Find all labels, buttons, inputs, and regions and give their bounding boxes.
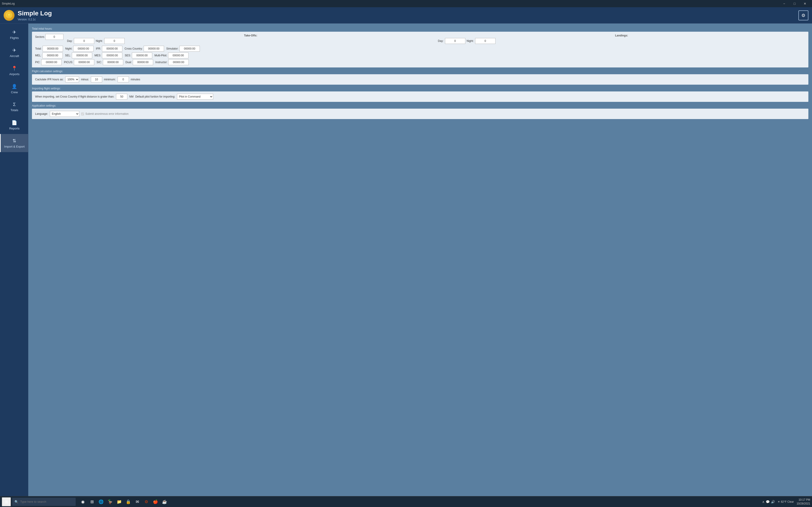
sidebar-item-airports[interactable]: 📍 Airports: [0, 62, 28, 80]
instructor-group: Instructor:: [155, 59, 189, 65]
instructor-input[interactable]: [168, 59, 189, 65]
dual-input[interactable]: [133, 59, 153, 65]
app-settings-card: Language: English Deutsch Français Españ…: [32, 109, 808, 119]
sectors-group: Sectors: [35, 34, 63, 40]
clock-date: 10/28/2021: [797, 502, 810, 506]
error-info-text: Submit anonimous error information: [86, 112, 129, 115]
mel-input[interactable]: [42, 53, 63, 58]
reports-icon: 📄: [11, 120, 17, 125]
search-icon: 🔍: [14, 500, 18, 504]
taskbar-search[interactable]: 🔍: [12, 498, 76, 506]
app-version: Version: 0.2.1c: [18, 18, 52, 21]
sidebar-item-importexport[interactable]: ⇅ Import & Export: [0, 134, 28, 152]
mes-input[interactable]: [102, 53, 122, 58]
crew-icon: 👤: [11, 84, 17, 89]
night-label: Night:: [65, 47, 72, 50]
error-info-label: Submit anonimous error information: [81, 112, 129, 115]
simulator-input[interactable]: [180, 46, 200, 52]
simulator-group: Simulator:: [166, 46, 200, 52]
taskbar: ⊞ 🔍 ◉ ⊞ 🌐 🦆 📁 🔒 ✉ ⚙ 🍎 ☕ ∧ 💬 🔊 ☀ 82°F Cle…: [0, 496, 812, 507]
total-label: Total:: [35, 47, 42, 50]
maximize-button[interactable]: □: [789, 0, 800, 7]
sidebar-label-aircraft: Aircraft: [10, 54, 19, 58]
minimize-button[interactable]: −: [779, 0, 789, 7]
landings-night-input[interactable]: [475, 38, 496, 44]
multipilot-label: Multi-Pilot:: [155, 54, 167, 57]
taskbar-icon-office[interactable]: ⚙: [142, 498, 150, 506]
takeoffs-day-input[interactable]: [74, 38, 94, 44]
minimum-input[interactable]: [117, 76, 129, 82]
app-logo: 🪙: [4, 10, 14, 21]
aircraft-icon: ✈: [12, 48, 16, 53]
chevron-up-icon[interactable]: ∧: [762, 500, 764, 504]
night-input[interactable]: [73, 46, 94, 52]
minus-label: minus:: [81, 78, 89, 81]
language-select[interactable]: English Deutsch Français Español: [50, 111, 79, 117]
total-group: Total:: [35, 46, 63, 52]
weather-condition: Clear: [787, 500, 794, 503]
sel-input[interactable]: [72, 53, 92, 58]
instructor-label: Instructor:: [155, 61, 167, 64]
airports-icon: 📍: [11, 66, 17, 71]
importing-row: When importing, set Cross Country if fli…: [35, 94, 805, 100]
taskbar-icon-edge[interactable]: 🌐: [97, 498, 105, 506]
sidebar-item-reports[interactable]: 📄 Reports: [0, 116, 28, 134]
close-button[interactable]: ✕: [800, 0, 810, 7]
taskbar-icon-lock[interactable]: 🔒: [124, 498, 132, 506]
importing-card: When importing, set Cross Country if fli…: [32, 92, 808, 102]
totals-icon: Σ: [13, 102, 16, 107]
sidebar-item-crew[interactable]: 👤 Crew: [0, 80, 28, 98]
flight-calc-section-header: Flight calculation settings:: [32, 70, 808, 73]
main-layout: ✈ Flights ✈ Aircraft 📍 Airports 👤 Crew Σ…: [0, 23, 812, 496]
taskbar-icon-windows[interactable]: ⊞: [88, 498, 96, 506]
title-bar-controls: − □ ✕: [779, 0, 810, 7]
sectors-input[interactable]: [45, 34, 63, 40]
taskbar-icon-mail[interactable]: ✉: [133, 498, 141, 506]
sidebar-item-flights[interactable]: ✈ Flights: [0, 25, 28, 44]
taskbar-icon-java[interactable]: ☕: [160, 498, 168, 506]
clock-time: 10:17 PM: [797, 498, 810, 502]
settings-button[interactable]: ⚙: [798, 10, 808, 20]
night-group: Night:: [65, 46, 94, 52]
mel-group: MEL:: [35, 53, 63, 58]
app-title: Simple Log: [18, 10, 52, 17]
takeoffs-night-input[interactable]: [104, 38, 124, 44]
notification-icon[interactable]: 💬: [766, 500, 770, 504]
landings-day-label: Day:: [438, 39, 444, 43]
volume-icon[interactable]: 🔊: [771, 500, 775, 504]
pilot-func-select[interactable]: Pilot in Command Co-Pilot Student Instru…: [177, 94, 213, 100]
start-button[interactable]: ⊞: [2, 497, 11, 506]
total-input[interactable]: [43, 46, 63, 52]
distance-unit: NM: [129, 95, 134, 98]
weather-temp: ☀: [777, 500, 781, 503]
ifr-input[interactable]: [102, 46, 122, 52]
multipilot-input[interactable]: [168, 53, 189, 58]
taskbar-icon-opera[interactable]: 🍎: [151, 498, 159, 506]
distance-input[interactable]: [116, 94, 127, 100]
pic-input[interactable]: [41, 59, 62, 65]
ses-input[interactable]: [132, 53, 152, 58]
search-input[interactable]: [20, 500, 65, 503]
taskbar-icon-explorer[interactable]: 📁: [115, 498, 123, 506]
sidebar-label-reports: Reports: [9, 127, 20, 130]
mes-group: MES:: [95, 53, 122, 58]
minutes-label: minutes: [131, 78, 140, 81]
taskbar-icon-search[interactable]: ◉: [79, 498, 87, 506]
sic-group: SIC:: [97, 59, 123, 65]
crosscountry-input[interactable]: [144, 46, 164, 52]
ifr-percent-select[interactable]: 100% 90% 80% 70%: [65, 76, 79, 82]
landings-day-input[interactable]: [445, 38, 465, 44]
landings-header: Landings:: [438, 34, 805, 37]
taskbar-icon-browser2[interactable]: 🦆: [106, 498, 114, 506]
sidebar-item-aircraft[interactable]: ✈ Aircraft: [0, 44, 28, 62]
sidebar-item-totals[interactable]: Σ Totals: [0, 98, 28, 116]
pilot-func-label: Default pilot funtion for importing:: [135, 95, 175, 98]
sic-label: SIC:: [97, 61, 102, 64]
importing-prefix: When importing, set Cross Country if fli…: [35, 95, 114, 98]
sic-input[interactable]: [103, 59, 123, 65]
taskbar-time: 10:17 PM 10/28/2021: [797, 498, 810, 506]
minus-input[interactable]: [91, 76, 102, 82]
app-header-right: ⚙: [798, 10, 808, 20]
picus-input[interactable]: [74, 59, 94, 65]
crosscountry-label: Cross Country:: [124, 47, 143, 50]
